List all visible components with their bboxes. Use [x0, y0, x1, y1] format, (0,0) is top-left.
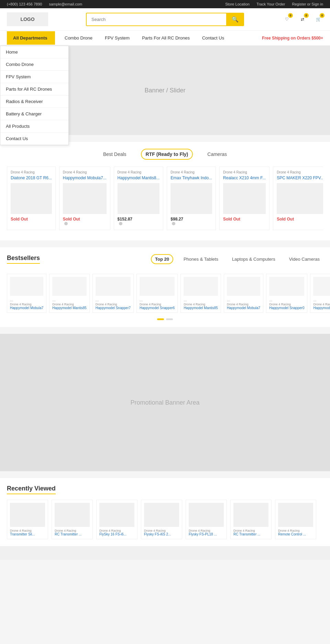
dot-indicator — [172, 222, 175, 225]
auth-links: Register or Sign in — [292, 2, 323, 6]
recently-viewed-grid: Drone 4 Racing Transmitter Sil... Drone … — [7, 500, 323, 539]
dropdown-item-all-products[interactable]: All Products — [0, 120, 68, 133]
dropdown-item-battery[interactable]: Battery & Charger — [0, 108, 68, 120]
product-card[interactable]: Drone 4 Racing Happymodel Mobula7... Sol… — [59, 167, 110, 230]
bestseller-card[interactable]: ... Drone 4 Racing Happymodel Mantis85 — [49, 274, 90, 313]
nav-item-combo-drone[interactable]: Combo Drone — [58, 31, 99, 45]
product-card[interactable]: Drone 4 Racing SPC MAKER X220 FPV... Sol… — [273, 167, 323, 230]
sign-in-link[interactable]: Sign in — [311, 2, 323, 6]
bestseller-image — [313, 277, 330, 296]
main-nav: All Departments Combo Drone FPV System P… — [0, 31, 330, 46]
product-image — [223, 183, 266, 214]
tab-video-cameras[interactable]: Video Cameras — [286, 255, 323, 263]
page-dot-inactive[interactable] — [166, 318, 173, 320]
tab-laptops[interactable]: Laptops & Computers — [229, 255, 279, 263]
dropdown-item-fpv[interactable]: FPV System — [0, 71, 68, 83]
register-link[interactable]: Register — [292, 2, 306, 6]
product-image — [63, 183, 107, 214]
all-departments-button[interactable]: All Departments — [7, 31, 55, 45]
bestseller-card[interactable]: ... Drone 4 Racing Happymodel Mobula7 — [7, 274, 46, 313]
bestseller-card[interactable]: ... Drone 4 Racing Happymodel Snapper6 — [136, 274, 178, 313]
bestseller-card[interactable]: ... Drone 4 Racing Happymodel Mantis85 — [180, 274, 221, 313]
dropdown-item-radios[interactable]: Radios & Receiver — [0, 95, 68, 108]
dropdown-item-combo-drone[interactable]: Combo Drone — [0, 58, 68, 71]
bestseller-image — [227, 277, 260, 296]
product-card[interactable]: Drone 4 Racing Emax Tinyhawk Indo... $98… — [167, 167, 216, 230]
heart-icon: ♡ — [285, 17, 289, 22]
phone-number: (+800) 123 456 7890 — [7, 2, 42, 6]
recent-product-card[interactable]: Drone 4 Racing RC Transmitter ... — [52, 500, 93, 539]
top-bar: (+800) 123 456 7890 sample@email.com Sto… — [0, 0, 330, 8]
search-input[interactable] — [86, 13, 226, 26]
cart-icon-btn[interactable]: 🛒 0 — [314, 14, 323, 24]
search-bar: 🔍 — [86, 13, 244, 26]
tab-rtf[interactable]: RTF (Ready to Fly) — [141, 149, 193, 160]
nav-item-contact[interactable]: Contact Us — [196, 31, 230, 45]
compare-icon-btn[interactable]: ⇄ 0 — [298, 14, 307, 24]
recent-product-card[interactable]: Drone 4 Racing RC Transmitter ... — [230, 500, 272, 539]
page-indicator — [7, 318, 323, 320]
bestsellers-title: Bestsellers — [7, 255, 40, 264]
recent-product-image — [278, 503, 313, 527]
bestseller-card[interactable]: ... Drone 4 Racing Happymodel Snapper0 — [266, 274, 307, 313]
nav-item-fpv-system[interactable]: FPV System — [99, 31, 136, 45]
deals-section: Best Deals RTF (Ready to Fly) Cameras Dr… — [0, 142, 330, 240]
product-card[interactable]: Drone 4 Racing Diatone 2018 GT R6... Sol… — [7, 167, 56, 230]
product-card[interactable]: Drone 4 Racing Realacc X210 4mm F... Sol… — [219, 167, 270, 230]
product-image — [11, 183, 52, 214]
product-card[interactable]: Drone 4 Racing Happymodel Mantis8... $15… — [114, 167, 164, 230]
product-image — [170, 183, 212, 214]
recent-product-image — [55, 503, 90, 527]
dot-indicator — [119, 222, 122, 225]
recent-product-card[interactable]: Drone 4 Racing FlySky 16 FS-i6... — [96, 500, 138, 539]
dropdown-item-contact[interactable]: Contact Us — [0, 133, 68, 145]
deals-product-grid: Drone 4 Racing Diatone 2018 GT R6... Sol… — [7, 167, 323, 234]
bestseller-image — [10, 277, 43, 296]
recent-product-image — [144, 503, 179, 527]
bestsellers-section: Bestsellers Top 20 Phones & Tablets Lapt… — [0, 247, 330, 327]
bestseller-card[interactable]: ... Drone 4 Racing Happymodel Snapper7 — [92, 274, 134, 313]
wishlist-icon-btn[interactable]: ♡ 0 — [282, 14, 292, 24]
search-button[interactable]: 🔍 — [226, 13, 244, 26]
compare-icon: ⇄ — [301, 17, 304, 22]
recent-product-image — [10, 503, 45, 527]
tab-phones-tablets[interactable]: Phones & Tablets — [180, 255, 222, 263]
recent-product-card[interactable]: Drone 4 Racing Transmitter Sil... — [7, 500, 48, 539]
header-icons: ♡ 0 ⇄ 0 🛒 0 — [282, 14, 323, 24]
recent-product-image — [99, 503, 134, 527]
compare-badge: 0 — [304, 13, 309, 18]
track-order-link[interactable]: Track Your Order — [256, 2, 285, 6]
free-shipping-notice: Free Shipping on Orders $500+ — [262, 36, 323, 41]
cart-badge: 0 — [320, 13, 324, 18]
recently-viewed-section: Recently Viewed Drone 4 Racing Transmitt… — [0, 478, 330, 546]
bestseller-card[interactable]: ... Drone 4 Racing Happymodel Trainer0 — [310, 274, 330, 313]
page-dot-active[interactable] — [157, 318, 164, 320]
recent-product-card[interactable]: Drone 4 Racing Remote Control ... — [275, 500, 316, 539]
recent-product-image — [189, 503, 224, 527]
recent-product-card[interactable]: Drone 4 Racing Flysky FS-i6S 2... — [141, 500, 182, 539]
nav-items: Combo Drone FPV System Parts For All RC … — [58, 31, 262, 45]
bestseller-grid-row1: ... Drone 4 Racing Happymodel Mobula7 ..… — [7, 274, 323, 313]
tab-best-deals[interactable]: Best Deals — [99, 149, 131, 159]
recent-product-card[interactable]: Drone 4 Racing Flysky FS-PL18 ... — [186, 500, 227, 539]
header: LOGO 🔍 ♡ 0 ⇄ 0 🛒 0 — [0, 8, 330, 31]
store-location-link[interactable]: Store Location — [225, 2, 250, 6]
email-link[interactable]: sample@email.com — [49, 2, 82, 6]
dropdown-item-home[interactable]: Home — [0, 46, 68, 58]
bestseller-image — [52, 277, 87, 296]
recent-product-image — [233, 503, 268, 527]
bestseller-card[interactable]: ... Drone 4 Racing Happymodel Mobula7 — [224, 274, 263, 313]
product-image — [118, 183, 160, 214]
dropdown-menu: Home Combo Drone FPV System Parts for Al… — [0, 46, 69, 145]
logo: LOGO — [7, 12, 48, 26]
cart-icon: 🛒 — [316, 17, 321, 22]
deals-tab-header: Best Deals RTF (Ready to Fly) Cameras — [7, 149, 323, 160]
dropdown-item-parts[interactable]: Parts for All RC Drones — [0, 83, 68, 95]
recently-viewed-title: Recently Viewed — [7, 485, 56, 494]
footer — [0, 546, 330, 560]
bestseller-image — [269, 277, 304, 296]
tab-top20[interactable]: Top 20 — [151, 254, 173, 264]
tab-cameras[interactable]: Cameras — [203, 149, 231, 159]
bestseller-image — [96, 277, 131, 296]
nav-item-parts[interactable]: Parts For All RC Drones — [136, 31, 196, 45]
